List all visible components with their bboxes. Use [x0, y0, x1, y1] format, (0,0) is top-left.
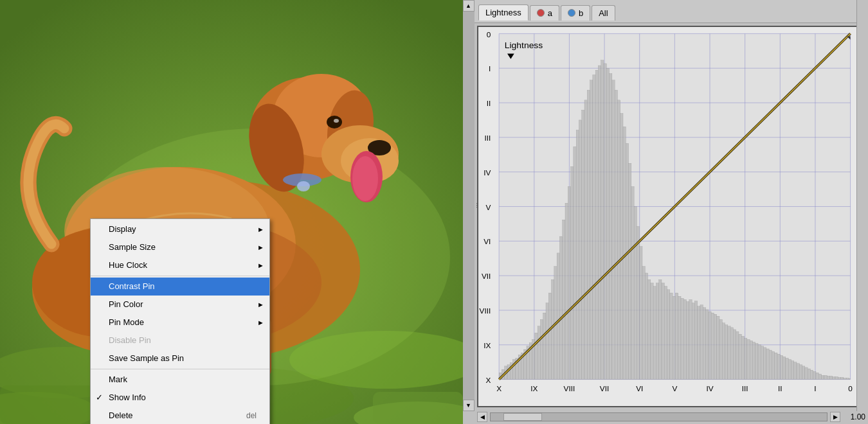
tab-b[interactable]: b: [561, 5, 590, 21]
svg-rect-172: [818, 374, 821, 379]
tab-label: All: [599, 8, 608, 18]
svg-rect-127: [694, 301, 697, 379]
svg-rect-145: [745, 338, 747, 379]
svg-text:V: V: [485, 204, 491, 211]
svg-rect-107: [640, 247, 642, 380]
scroll-track[interactable]: [463, 12, 475, 400]
svg-rect-169: [810, 370, 813, 379]
svg-text:III: III: [484, 134, 491, 142]
svg-rect-159: [783, 357, 786, 379]
svg-text:VIII: VIII: [480, 307, 491, 315]
svg-rect-150: [758, 345, 761, 380]
svg-text:IX: IX: [484, 342, 491, 349]
svg-rect-154: [769, 350, 772, 380]
scroll-up-button[interactable]: ▲: [463, 0, 475, 12]
menu-label: Display: [109, 223, 136, 236]
scroll-down-button[interactable]: ▼: [463, 400, 475, 411]
svg-text:IX: IX: [530, 385, 538, 393]
scroll-left-button[interactable]: ◀: [477, 412, 487, 422]
menu-item-pin-color[interactable]: Pin Color ►: [91, 296, 269, 314]
menu-item-save-sample[interactable]: Save Sample as Pin: [91, 349, 269, 367]
svg-rect-183: [849, 379, 850, 380]
curves-container[interactable]: Lightness 0 I II III IV V VI VII VIII IX…: [477, 26, 865, 407]
svg-rect-96: [610, 73, 612, 379]
scroll-right-button[interactable]: ▶: [830, 412, 840, 422]
svg-point-19: [327, 116, 342, 128]
svg-rect-83: [574, 146, 576, 379]
zoom-value-label: 1.00: [843, 412, 865, 421]
bottom-scrollbar-area: ◀ ▶ 1.00: [475, 410, 868, 424]
horizontal-scroll-thumb[interactable]: [503, 413, 542, 421]
svg-text:III: III: [742, 385, 748, 393]
svg-text:Lightness: Lightness: [505, 40, 543, 50]
menu-item-show-info[interactable]: ✓ Show Info: [91, 389, 269, 407]
svg-rect-174: [824, 375, 827, 379]
horizontal-scroll-track[interactable]: [490, 412, 827, 421]
svg-rect-79: [563, 220, 565, 379]
svg-rect-165: [799, 365, 802, 380]
svg-text:VII: VII: [482, 272, 491, 280]
svg-rect-77: [557, 253, 559, 380]
svg-text:IV: IV: [484, 169, 491, 177]
svg-rect-70: [538, 326, 540, 380]
menu-item-disable-pin: Disable Pin: [91, 331, 269, 349]
context-menu: Display ► Sample Size ► Hue Clock ► Cont…: [90, 218, 270, 424]
svg-rect-173: [822, 375, 824, 379]
svg-rect-104: [631, 186, 634, 379]
menu-item-display[interactable]: Display ►: [91, 220, 269, 238]
svg-rect-98: [615, 90, 617, 379]
tab-all[interactable]: All: [592, 5, 615, 21]
svg-rect-102: [626, 143, 628, 379]
curves-chart: Lightness 0 I II III IV V VI VII VIII IX…: [478, 27, 864, 406]
svg-rect-117: [667, 290, 670, 380]
svg-text:I: I: [489, 66, 491, 73]
menu-item-pin-mode[interactable]: Pin Mode ►: [91, 314, 269, 331]
svg-rect-129: [700, 305, 703, 380]
svg-rect-181: [844, 378, 846, 380]
svg-rect-144: [741, 336, 744, 379]
menu-label: Hue Clock: [109, 259, 147, 272]
menu-item-contrast-pin[interactable]: Contrast Pin: [91, 278, 269, 296]
svg-rect-149: [755, 344, 758, 380]
svg-rect-122: [681, 298, 683, 379]
svg-rect-105: [634, 206, 637, 379]
menu-item-hue-clock[interactable]: Hue Clock ►: [91, 256, 269, 274]
svg-rect-135: [717, 316, 719, 379]
svg-rect-91: [595, 70, 598, 379]
svg-rect-157: [777, 354, 780, 379]
tab-bar: Lightness a b All: [475, 0, 868, 23]
svg-rect-168: [808, 369, 810, 380]
menu-separator-2: [91, 369, 269, 369]
svg-rect-78: [559, 236, 562, 380]
svg-rect-162: [791, 361, 793, 380]
menu-item-mark[interactable]: Mark: [91, 371, 269, 389]
svg-rect-143: [739, 334, 741, 379]
svg-rect-153: [766, 349, 769, 380]
right-scrollbar[interactable]: [856, 0, 868, 411]
submenu-arrow-icon: ►: [257, 223, 264, 236]
menu-label: Pin Mode: [109, 316, 144, 329]
svg-rect-177: [833, 376, 835, 379]
right-panel: ▲ ▼ ≡ Lightness a b All: [463, 0, 868, 424]
menu-item-delete[interactable]: Delete del: [91, 407, 269, 424]
svg-rect-115: [662, 283, 664, 380]
menu-item-sample-size[interactable]: Sample Size ►: [91, 238, 269, 256]
submenu-arrow-icon: ►: [257, 316, 264, 329]
svg-rect-85: [579, 120, 581, 380]
svg-rect-164: [797, 364, 799, 380]
svg-rect-120: [675, 293, 678, 380]
svg-rect-182: [846, 378, 849, 380]
svg-rect-112: [653, 287, 656, 380]
submenu-arrow-icon: ►: [257, 241, 264, 254]
tab-lightness[interactable]: Lightness: [478, 4, 529, 21]
svg-rect-84: [576, 130, 579, 379]
menu-label: Disable Pin: [109, 334, 151, 347]
svg-rect-73: [546, 303, 548, 380]
tab-a[interactable]: a: [530, 5, 559, 21]
svg-rect-108: [642, 267, 645, 380]
submenu-arrow-icon: ►: [257, 298, 264, 311]
svg-rect-130: [703, 308, 705, 380]
svg-rect-134: [714, 314, 716, 379]
svg-rect-166: [802, 366, 805, 380]
svg-rect-123: [683, 299, 686, 379]
